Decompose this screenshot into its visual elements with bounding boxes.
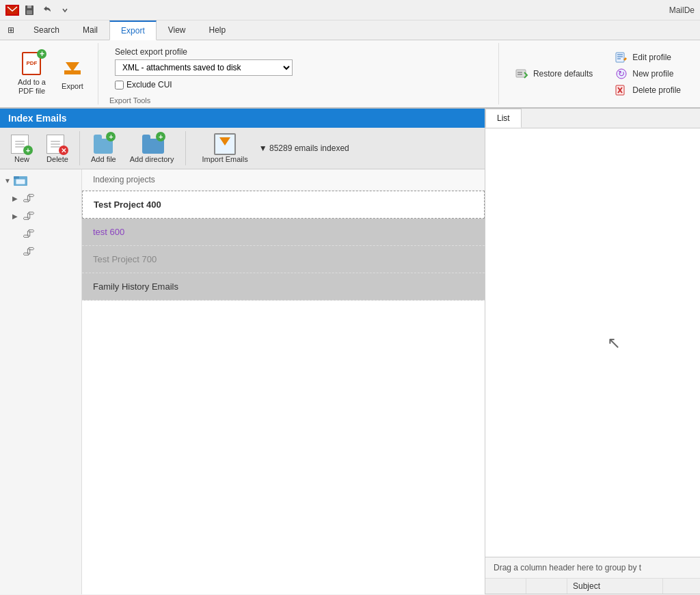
svg-rect-17 [14,176,19,179]
project-name-2: test 600 [93,227,124,237]
ribbon: ⊞ Search Mail Export View Help PDF + Add… [0,20,700,109]
add-to-pdf-label: Add to aPDF file [18,78,46,96]
project-item-4[interactable]: Family History Emails [82,273,485,301]
right-content-area: ↖ [485,128,700,557]
export-dropdown-wrapper: XML - attachments saved to disk [115,59,293,76]
project-item-2[interactable]: test 600 [82,219,485,246]
toolbar-divider-1 [79,131,80,165]
column-headers: Subject [485,579,700,594]
tab-home[interactable]: ⊞ [0,20,22,40]
restore-defaults-button[interactable]: Restore defaults [510,66,598,81]
export-label: Export [62,82,83,91]
tab-list[interactable]: List [485,109,522,128]
restore-icon [515,68,529,79]
title-bar: MailDe [0,0,700,20]
cursor-indicator: ↖ [607,333,621,352]
tree-item-4[interactable]: 🖇 [11,243,79,260]
tab-view[interactable]: View [157,20,198,40]
add-file-button[interactable]: + Add file [85,130,122,166]
export-icon [60,56,85,81]
app-title: MailDe [669,5,695,15]
project-tree: ▼ ▶ 🖇 [3,172,79,260]
ribbon-group-profile: Select export profile XML - attachments … [101,43,499,105]
import-emails-button[interactable]: Import Emails [197,130,254,166]
export-button[interactable]: Export [55,53,90,94]
project-name-4: Family History Emails [93,281,178,292]
col-header-1 [485,579,526,594]
svg-rect-7 [616,53,624,62]
dropdown-quick-btn[interactable] [57,3,72,18]
tab-export[interactable]: Export [109,20,157,40]
tab-mail[interactable]: Mail [71,20,109,40]
ribbon-group-actions: Restore defaults [502,43,695,105]
exclude-cui-wrapper: Exclude CUI [115,80,293,89]
project-item-1[interactable]: Test Project 400 [82,191,485,219]
new-profile-label: New profile [632,69,673,79]
project-list-header: Indexing projects [82,169,485,191]
emails-count: ▼ 85289 emails indexed [259,143,349,153]
project-name-1: Test Project 400 [94,199,161,210]
select-profile-label: Select export profile [115,47,293,57]
add-file-label: Add file [91,155,116,163]
import-emails-label: Import Emails [202,155,248,163]
drag-column-hint: Drag a column header here to group by t [485,557,700,579]
tree-expand-3 [12,230,19,238]
project-icon-2: 🖇 [21,209,37,223]
svg-rect-3 [27,5,31,8]
index-toolbar: + New ✕ [0,128,485,169]
col-header-2 [526,579,567,594]
tree-item-1[interactable]: ▶ 🖇 [11,190,79,206]
save-quick-btn[interactable] [22,3,37,18]
svg-rect-18 [16,179,25,184]
new-label: New [14,155,29,163]
add-directory-button[interactable]: + Add directory [124,130,180,166]
undo-quick-btn[interactable] [40,3,55,18]
svg-text:↻: ↻ [618,69,625,79]
quick-access-toolbar [22,3,72,18]
tree-collapse-arrow: ▼ [4,177,11,184]
export-tools-label: Export Tools [109,94,150,105]
right-panel: List ↖ Drag a column header here to grou… [485,109,700,594]
tree-item-2[interactable]: ▶ 🖇 [11,208,79,224]
project-item-3[interactable]: Test Project 700 [82,246,485,273]
index-body: ▼ ▶ 🖇 [0,169,485,594]
tree-expand-1: ▶ [12,195,19,202]
pdf-icon: PDF + [19,52,44,77]
new-button[interactable]: + New [5,130,38,166]
project-panel: Indexing projects Test Project 400 test … [82,169,485,594]
profile-buttons-left: Restore defaults [510,50,598,98]
edit-profile-label: Edit profile [632,53,671,62]
exclude-cui-label: Exclude CUI [126,80,172,89]
project-icon-1: 🖇 [21,191,37,205]
project-icon-3: 🖇 [21,227,37,240]
exclude-cui-checkbox[interactable] [115,81,124,89]
app-logo [5,5,19,16]
import-icon [214,133,236,155]
add-to-pdf-button[interactable]: PDF + Add to aPDF file [14,49,50,98]
new-profile-button[interactable]: ↻ New profile [609,66,686,81]
project-icon-4: 🖇 [21,245,37,258]
tab-help[interactable]: Help [198,20,238,40]
edit-profile-button[interactable]: Edit profile [609,50,686,65]
tree-expand-4 [12,248,19,255]
delete-profile-button[interactable]: Delete profile [609,83,686,98]
export-profile-section: Select export profile XML - attachments … [109,43,298,94]
root-icon [12,174,29,187]
right-bottom-bar: Drag a column header here to group by t … [485,557,700,594]
ribbon-content: PDF + Add to aPDF file [0,40,700,107]
tree-expand-2: ▶ [12,212,19,220]
main-area: Index Emails + [0,109,700,594]
col-header-subject: Subject [567,579,663,594]
import-section: Import Emails ▼ 85289 emails indexed [197,130,349,166]
project-name-3: Test Project 700 [93,254,157,264]
tree-root-item[interactable]: ▼ [3,172,79,189]
tab-search[interactable]: Search [22,20,71,40]
project-list: Test Project 400 test 600 Test Project 7… [82,191,485,301]
delete-button[interactable]: ✕ Delete [41,130,74,166]
pdf-group-items: PDF + Add to aPDF file [14,43,90,105]
export-profile-select[interactable]: XML - attachments saved to disk [115,59,293,76]
tree-item-3[interactable]: 🖇 [11,225,79,242]
delete-profile-label: Delete profile [632,85,681,95]
delete-label: Delete [46,155,68,163]
svg-rect-4 [516,70,526,77]
